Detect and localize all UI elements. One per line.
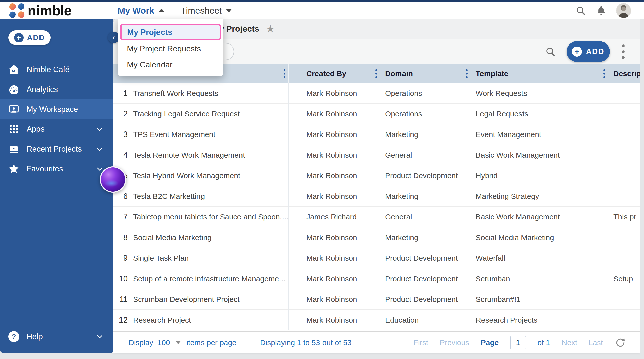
created-by-cell: Mark Robinson	[301, 151, 380, 159]
template-cell: Scrumban#!1	[471, 295, 608, 304]
table-row[interactable]: 1 Transneft Work Requests Mark Robinson …	[113, 83, 640, 104]
table-row[interactable]: 5 Tesla Hybrid Work Management Mark Robi…	[113, 165, 640, 186]
template-cell: Work Requests	[471, 89, 608, 98]
project-name-cell[interactable]: Social Media Marketing	[133, 233, 288, 242]
nav-my-work[interactable]: My Work	[118, 6, 165, 16]
table-row[interactable]: 8 Social Media Marketing Mark Robinson M…	[113, 227, 640, 248]
refresh-icon[interactable]	[615, 337, 626, 348]
project-name-cell[interactable]: Tesla B2C Marketting	[133, 192, 288, 201]
sidebar-item-favourites[interactable]: Favourites	[0, 159, 113, 179]
sidebar-help-label: Help	[20, 332, 43, 341]
column-menu-icon[interactable]	[603, 69, 605, 78]
project-name-cell[interactable]: Tracking Legal Service Request	[133, 110, 288, 118]
previous-page-button[interactable]: Previous	[440, 338, 469, 347]
star-icon	[8, 163, 20, 175]
template-cell: Marketing Strategy	[471, 192, 608, 201]
row-number: 12	[113, 316, 133, 325]
table-row[interactable]: 3 TPS Event Management Mark Robinson Mar…	[113, 124, 640, 145]
last-page-button[interactable]: Last	[589, 338, 603, 347]
sidebar-item-apps[interactable]: Apps	[0, 119, 113, 139]
user-avatar[interactable]	[616, 3, 631, 18]
column-menu-icon[interactable]	[375, 69, 377, 78]
column-label: Template	[476, 69, 508, 78]
table-row[interactable]: 7 Tabletop menu tablets for Sauce and Sp…	[113, 207, 640, 227]
row-number: 1	[113, 89, 133, 98]
project-name-cell[interactable]: Tesla Hybrid Work Management	[133, 171, 288, 180]
page-size-caret-icon[interactable]	[175, 341, 181, 344]
frozen-column-divider	[288, 289, 301, 310]
page-size-control: Display 100 items per page Displaying 1 …	[113, 338, 351, 347]
project-name-cell[interactable]: Tesla Remote Work Management	[133, 151, 288, 159]
table-row[interactable]: 12 Research Project Mark Robinson Educat…	[113, 310, 640, 330]
page-label: Page	[481, 338, 499, 347]
table-row[interactable]: 4 Tesla Remote Work Management Mark Robi…	[113, 145, 640, 165]
add-project-button[interactable]: + ADD	[567, 41, 610, 62]
menu-item-my-project-requests[interactable]: My Project Requests	[118, 40, 223, 57]
sidebar-item-label: Apps	[20, 125, 45, 134]
column-menu-icon[interactable]	[284, 69, 285, 78]
created-by-cell: James Richard	[301, 213, 380, 221]
sidebar-item-recent-projects[interactable]: Recent Projects	[0, 139, 113, 159]
sidebar-add-button[interactable]: + ADD	[8, 30, 51, 45]
project-name-cell[interactable]: TPS Event Management	[133, 130, 288, 139]
sidebar-item-nimble-cafe[interactable]: Nimble Café	[0, 60, 113, 79]
project-name-cell[interactable]: Transneft Work Requests	[133, 89, 288, 98]
sidebar-item-analytics[interactable]: Analytics	[0, 79, 113, 99]
sidebar-item-label: Favourites	[20, 164, 63, 173]
table-row[interactable]: 9 Single Task Plan Mark Robinson Product…	[113, 248, 640, 268]
brand[interactable]: nimble	[0, 2, 106, 19]
page-size-value[interactable]: 100	[157, 338, 170, 347]
template-cell: Social Media Marketing	[471, 233, 608, 242]
column-header-created-by[interactable]: Created By	[301, 64, 380, 83]
project-name-cell[interactable]: Research Project	[133, 316, 288, 324]
frozen-column-divider	[288, 248, 301, 268]
domain-cell: Marketing	[380, 130, 471, 139]
domain-cell: Product Development	[380, 254, 471, 262]
sidebar-item-my-workspace[interactable]: My Workspace	[0, 99, 113, 119]
template-cell: Basic Work Management	[471, 213, 608, 221]
items-per-page-label: items per page	[186, 338, 236, 347]
column-header-template[interactable]: Template	[471, 64, 608, 83]
created-by-cell: Mark Robinson	[301, 254, 380, 262]
column-menu-icon[interactable]	[466, 69, 468, 78]
project-name-cell[interactable]: Scrumban Development Project	[133, 295, 288, 304]
frozen-column-divider	[288, 124, 301, 145]
domain-cell: Product Development	[380, 275, 471, 283]
table-row[interactable]: 2 Tracking Legal Service Request Mark Ro…	[113, 104, 640, 124]
global-search-icon[interactable]	[575, 5, 586, 16]
page-number-input[interactable]	[510, 336, 526, 349]
sidebar: + ADD Nimble Café	[0, 19, 113, 353]
notifications-bell-icon[interactable]	[596, 5, 607, 16]
search-icon[interactable]	[545, 46, 556, 57]
table-row[interactable]: 6 Tesla B2C Marketting Mark Robinson Mar…	[113, 186, 640, 207]
nav-timesheet[interactable]: Timesheet	[181, 6, 232, 16]
project-name-cell[interactable]: Single Task Plan	[133, 254, 288, 262]
menu-item-my-projects[interactable]: My Projects	[120, 24, 221, 40]
nav-timesheet-label: Timesheet	[181, 6, 222, 16]
chevron-down-icon	[96, 333, 103, 340]
menu-item-my-calendar[interactable]: My Calendar	[118, 57, 223, 73]
table-row[interactable]: 11 Scrumban Development Project Mark Rob…	[113, 289, 640, 310]
next-page-button[interactable]: Next	[562, 338, 577, 347]
sidebar-item-label: Nimble Café	[20, 65, 70, 74]
frozen-column-divider	[288, 186, 301, 207]
project-name-cell[interactable]: Tabletop menu tablets for Sauce and Spoo…	[133, 213, 288, 221]
frozen-column-divider	[288, 165, 301, 186]
sidebar-item-help[interactable]: ? Help	[0, 327, 113, 346]
favourite-star-icon[interactable]: ★	[266, 24, 275, 34]
help-icon: ?	[8, 331, 20, 342]
sidebar-item-label: Recent Projects	[20, 145, 82, 154]
domain-cell: General	[380, 151, 471, 159]
domain-cell: Operations	[380, 89, 471, 98]
column-header-domain[interactable]: Domain	[380, 64, 471, 83]
sidebar-menu: Nimble Café Analytics	[0, 60, 113, 179]
row-number: 6	[113, 192, 133, 201]
table-row[interactable]: 10 Setup of a remote infrastructure Mana…	[113, 268, 640, 289]
more-options-kebab-icon[interactable]	[620, 43, 626, 60]
column-header-description[interactable]: Description	[608, 64, 640, 83]
frozen-column-divider	[288, 227, 301, 248]
table-footer: Display 100 items per page Displaying 1 …	[113, 331, 640, 353]
home-cafe-icon	[8, 64, 20, 75]
project-name-cell[interactable]: Setup of a remote infrastructure Managem…	[133, 275, 288, 283]
first-page-button[interactable]: First	[414, 338, 428, 347]
